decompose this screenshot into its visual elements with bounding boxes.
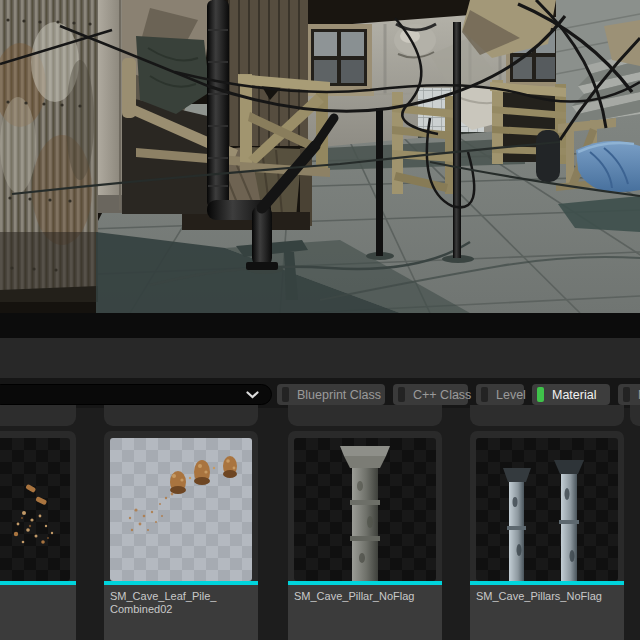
stone-pillar-thumb [294, 438, 436, 581]
filter-color-chip [481, 387, 488, 402]
asset-tile-partial[interactable] [104, 405, 258, 426]
filter-label: C++ Class [413, 388, 471, 402]
asset-name: f_Pile_ [0, 585, 76, 640]
asset-card-pillars[interactable]: SM_Cave_Pillars_NoFlag [470, 431, 624, 640]
two-pillars-thumb [476, 438, 618, 581]
chevron-down-icon [246, 391, 259, 399]
asset-thumbnail [110, 438, 252, 581]
filter-niagara[interactable]: Niag [618, 384, 640, 405]
asset-grid: f_Pile_ [0, 408, 640, 640]
filter-label: Material [552, 388, 596, 402]
asset-thumbnail [294, 438, 436, 581]
level-viewport[interactable] [0, 0, 640, 313]
asset-name: SM_Cave_Pillar_NoFlag [288, 585, 442, 640]
asset-thumbnail [0, 438, 70, 581]
leaf-piles-thumb [110, 438, 252, 581]
filter-level[interactable]: Level [476, 384, 524, 405]
filter-color-chip-active [537, 387, 544, 402]
filter-color-chip [282, 387, 289, 402]
leaf-scatter-thumb [0, 438, 70, 581]
filter-label: Level [496, 388, 526, 402]
asset-name: SM_Cave_Leaf_Pile_ Combined02 [104, 585, 258, 640]
thin-pole-center [376, 108, 383, 256]
content-browser-header [0, 338, 640, 379]
asset-card-leaf-pile-combined[interactable]: SM_Cave_Leaf_Pile_ Combined02 [104, 431, 258, 640]
asset-tile-partial[interactable] [0, 405, 76, 426]
asset-thumbnail [476, 438, 618, 581]
asset-tile-partial[interactable] [288, 405, 442, 426]
asset-tile-partial[interactable] [470, 405, 624, 426]
scene-3d [0, 0, 640, 313]
content-browser-filter-bar: Blueprint Class C++ Class Level Material… [0, 378, 640, 408]
path-filter-combo[interactable] [0, 384, 272, 405]
filter-material[interactable]: Material [532, 384, 610, 405]
type-filter-pills: Blueprint Class C++ Class Level Material… [277, 384, 640, 405]
filter-label: Blueprint Class [297, 388, 381, 402]
asset-card-leaf-pile[interactable]: f_Pile_ [0, 431, 76, 640]
asset-tile-partial[interactable] [630, 405, 640, 426]
corrugated-metal-wall [0, 0, 98, 302]
filter-blueprint-class[interactable]: Blueprint Class [277, 384, 385, 405]
dark-barrel [536, 130, 560, 182]
filter-cpp-class[interactable]: C++ Class [393, 384, 468, 405]
filter-color-chip [623, 387, 630, 402]
viewport-bottom-bar [0, 313, 640, 338]
thin-pole-right [453, 22, 461, 258]
filter-color-chip [398, 387, 405, 402]
asset-name: SM_Cave_Pillars_NoFlag [470, 585, 624, 640]
asset-card-pillar[interactable]: SM_Cave_Pillar_NoFlag [288, 431, 442, 640]
unreal-editor-window: Blueprint Class C++ Class Level Material… [0, 0, 640, 640]
